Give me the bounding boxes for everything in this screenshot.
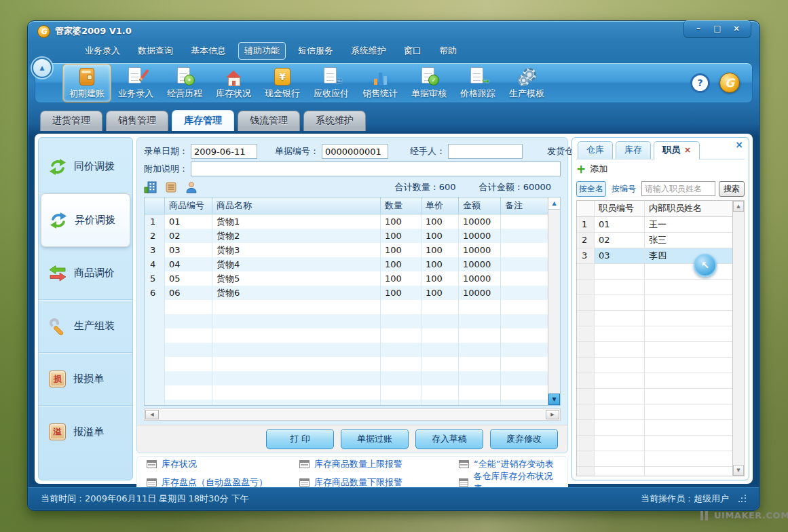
table-row[interactable]: 101货物110010010000 (145, 214, 548, 229)
table-row-empty[interactable] (145, 357, 548, 371)
menu-basic-info[interactable]: 基本信息 (185, 43, 231, 59)
scroll-up-icon[interactable]: ▲ (548, 197, 560, 210)
sidebar-item-loss-report[interactable]: 损 报损单 (39, 353, 132, 406)
toolbar-production-template[interactable]: 生产模板 (502, 64, 551, 102)
sidebar-item-diff-price-transfer[interactable]: 异价调拨 (41, 193, 130, 247)
toolbar-receivable-payable[interactable]: ⇄ 应收应付 (307, 64, 356, 102)
link-almighty-flow-report[interactable]: “全能”进销存变动表 (459, 458, 558, 470)
vertical-scrollbar[interactable]: ▲ ▼ (548, 197, 560, 405)
print-button[interactable]: 打 印 (266, 429, 334, 449)
menu-sms-service[interactable]: 短信服务 (293, 43, 339, 59)
loss-box-icon: 损 (49, 370, 66, 387)
handler-input[interactable] (448, 144, 523, 159)
staff-scroll-up-icon[interactable]: ▲ (733, 201, 744, 212)
tab-purchase[interactable]: 进货管理 (40, 111, 102, 131)
staff-row-empty[interactable] (577, 467, 733, 476)
link-stock-upper-limit-alarm[interactable]: 库存商品数量上限报警 (299, 458, 459, 470)
staff-vertical-scrollbar[interactable]: ▲ ▼ (732, 201, 744, 476)
table-row-empty[interactable] (145, 328, 548, 343)
staff-row-empty[interactable] (577, 311, 733, 326)
table-row[interactable]: 606货物610010010000 (145, 286, 548, 300)
resize-grip[interactable] (738, 495, 747, 503)
panel-close-icon[interactable]: × (735, 139, 743, 150)
staff-row[interactable]: 101王一 (577, 217, 733, 233)
tab-close-icon[interactable]: × (684, 145, 691, 155)
staff-row-empty[interactable] (577, 280, 733, 295)
menu-system-maintain[interactable]: 系统维护 (345, 43, 392, 59)
staff-row-empty[interactable] (577, 358, 733, 373)
staff-row[interactable]: 202张三 (577, 233, 733, 248)
scroll-right-icon[interactable]: ▶ (546, 410, 559, 419)
staff-row-empty[interactable] (577, 420, 733, 436)
table-row[interactable]: 202货物210010010000 (145, 229, 548, 243)
horizontal-scrollbar[interactable]: ◀ ▶ (144, 408, 561, 421)
minimize-button[interactable]: – (690, 22, 707, 35)
menu-aux-functions[interactable]: 辅助功能 (238, 42, 286, 60)
staff-search-input[interactable] (641, 181, 715, 196)
menu-window[interactable]: 窗口 (398, 43, 427, 59)
toolbar-initial-setup[interactable]: 初期建账 (62, 64, 111, 102)
current-operator-text: 当前操作员：超级用户 (641, 493, 729, 505)
table-row-empty[interactable] (145, 343, 548, 357)
table-row-empty[interactable] (145, 385, 548, 400)
staff-scroll-down-icon[interactable]: ▼ (733, 465, 744, 476)
sidebar-item-price-adjust[interactable]: 商品调价 (39, 247, 132, 300)
tab-cashflow[interactable]: 钱流管理 (238, 111, 300, 131)
tab-staff[interactable]: 职员 × (654, 141, 700, 159)
toolbar-sales-stats[interactable]: 销售统计 (356, 64, 405, 102)
close-button[interactable]: × (728, 22, 745, 35)
building-icon[interactable] (144, 181, 157, 193)
toolbar-doc-audit[interactable]: ✓ 单据审核 (405, 64, 453, 102)
staff-row-empty[interactable] (577, 389, 733, 404)
maximize-button[interactable]: □ (709, 22, 726, 35)
table-row-empty[interactable] (145, 300, 548, 314)
scroll-down-icon[interactable]: ▼ (548, 394, 560, 405)
tab-warehouse[interactable]: 仓库 (578, 141, 613, 159)
menu-data-query[interactable]: 数据查询 (132, 43, 179, 59)
toolbar-cash-bank[interactable]: ¥ 现金银行 (258, 64, 307, 102)
staff-row-empty[interactable] (577, 436, 733, 451)
add-row[interactable]: + 添加 (576, 159, 745, 178)
table-row[interactable]: 505货物510010010000 (145, 271, 548, 286)
link-stock-status[interactable]: 库存状况 (147, 458, 299, 470)
staff-row-empty[interactable] (577, 326, 733, 342)
staff-row-empty[interactable] (577, 295, 733, 311)
doc-no-input[interactable] (322, 144, 388, 159)
sidebar-item-overflow-report[interactable]: 溢 报溢单 (39, 406, 132, 458)
search-button[interactable]: 搜索 (719, 181, 745, 197)
menu-help[interactable]: 帮助 (434, 43, 462, 59)
toolbar-collapse-button[interactable]: ▲ (32, 58, 52, 78)
package-icon[interactable] (165, 181, 177, 193)
toolbar-stock-status[interactable]: 库存状况 (209, 64, 258, 102)
staff-row-empty[interactable] (577, 373, 733, 389)
date-input[interactable] (191, 144, 257, 159)
filter-by-code[interactable]: 按编号 (609, 182, 638, 196)
staff-row-empty[interactable] (577, 451, 733, 467)
tab-system[interactable]: 系统维护 (303, 111, 366, 131)
action-button-row: 打 印 单据过账 存入草稿 废弃修改 (137, 425, 567, 453)
staff-row-empty[interactable] (577, 404, 733, 420)
note-input[interactable] (191, 162, 561, 176)
table-row-empty[interactable] (145, 371, 548, 385)
help-icon[interactable]: ? (690, 73, 710, 93)
staff-row-empty[interactable] (577, 342, 733, 358)
table-row-empty[interactable] (145, 400, 548, 406)
table-row-empty[interactable] (145, 314, 548, 328)
tab-sales[interactable]: 销售管理 (106, 111, 168, 131)
tab-inventory[interactable]: 库存管理 (172, 110, 234, 131)
toolbar-price-tracking[interactable]: ↪ 价格跟踪 (453, 64, 502, 102)
sidebar-item-production-assembly[interactable]: 生产组装 (39, 300, 132, 353)
sidebar-item-same-price-transfer[interactable]: 同价调拨 (39, 140, 132, 193)
discard-changes-button[interactable]: 废弃修改 (490, 429, 558, 449)
table-row[interactable]: 303货物310010010000 (145, 243, 548, 257)
person-icon[interactable] (185, 181, 198, 193)
toolbar-business-history[interactable]: • 经营历程 (160, 64, 209, 102)
menu-business-entry[interactable]: 业务录入 (79, 43, 126, 59)
toolbar-business-entry[interactable]: 业务录入 (111, 64, 160, 102)
scroll-left-icon[interactable]: ◀ (145, 410, 159, 419)
table-row[interactable]: 404货物410010010000 (145, 257, 548, 271)
post-voucher-button[interactable]: 单据过账 (341, 429, 409, 449)
tab-stock[interactable]: 库存 (616, 141, 651, 159)
save-draft-button[interactable]: 存入草稿 (415, 429, 483, 449)
filter-by-fullname[interactable]: 按全名 (576, 181, 606, 197)
